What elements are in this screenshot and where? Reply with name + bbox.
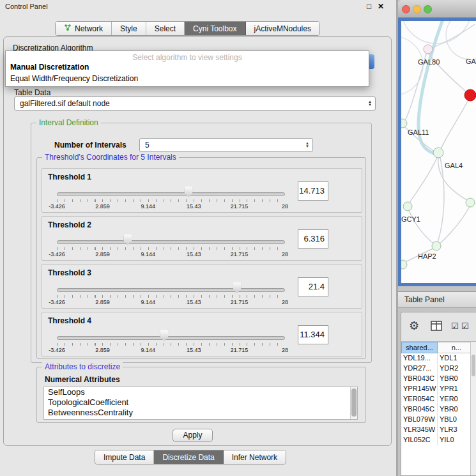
node[interactable] xyxy=(466,198,475,207)
stepper-arrows-icon: ▲ ▼ xyxy=(302,142,312,148)
minimize-traffic-light-icon[interactable] xyxy=(413,5,421,13)
slider-track[interactable] xyxy=(57,240,285,244)
threshold-label: Threshold 3 xyxy=(48,268,91,277)
table-row[interactable]: YIL052C YIL0 xyxy=(401,435,476,445)
network-window-titlebar[interactable] xyxy=(398,0,476,18)
node-gal4[interactable] xyxy=(433,148,443,158)
table-data-label: Table Data xyxy=(14,88,50,97)
threshold-value-field[interactable]: 14.713 xyxy=(298,181,328,201)
scale-label: -3.426 xyxy=(49,203,65,210)
table-scrollbar[interactable] xyxy=(470,342,476,475)
scrollbar-thumb[interactable] xyxy=(351,388,357,417)
tab-label: Style xyxy=(120,24,137,33)
algorithm-dropdown-menu: Select algorithm to view settings Manual… xyxy=(5,50,369,87)
table-row[interactable]: YLR345W YLR3 xyxy=(401,425,476,435)
select-checkbox-icon[interactable]: ☑ xyxy=(451,321,459,331)
threshold-2-slider[interactable]: -3.426 2.859 9.144 15.43 21.715 28 xyxy=(57,232,285,259)
menu-item-equal-width-frequency[interactable]: Equal Width/Frequency Discretization xyxy=(6,73,369,85)
node[interactable] xyxy=(401,260,407,269)
node[interactable] xyxy=(401,119,407,128)
scale-label: 21.715 xyxy=(231,299,249,305)
table-row[interactable]: YDR27... YDR2 xyxy=(401,364,476,374)
list-item[interactable]: TopologicalCoefficient xyxy=(44,397,357,408)
close-traffic-light-icon[interactable] xyxy=(402,5,410,13)
column-header-shared-name[interactable]: shared... xyxy=(401,342,438,353)
slider-track[interactable] xyxy=(57,336,285,340)
threshold-4-slider[interactable]: -3.426 2.859 9.144 15.43 21.715 28 xyxy=(57,328,285,355)
control-panel-title: Control Panel xyxy=(5,3,48,10)
table-rows: YDL19... YDL1 YDR27... YDR2 YBR043C YBR0… xyxy=(401,353,476,445)
attributes-group: Attributes to discretize Numerical Attri… xyxy=(36,367,366,423)
table-data-dropdown[interactable]: galFiltered.sif default node ▲ ▼ xyxy=(14,96,376,111)
threshold-1-panel: Threshold 1 -3.426 2.859 9.144 15.43 21.… xyxy=(42,168,362,213)
threshold-value-field[interactable]: 11.344 xyxy=(298,325,328,344)
tab-style[interactable]: Style xyxy=(112,22,146,35)
tab-select[interactable]: Select xyxy=(146,22,185,35)
columns-icon[interactable] xyxy=(431,321,442,334)
number-of-intervals-value: 5 xyxy=(140,141,302,150)
slider-ticks xyxy=(57,343,285,346)
scale-label: -3.426 xyxy=(49,347,65,353)
node-gcy1[interactable] xyxy=(403,202,412,211)
table-row[interactable]: YBR043C YBR0 xyxy=(401,374,476,384)
cell-shared-name: YPR145W xyxy=(401,384,438,394)
scale-label: 21.715 xyxy=(231,347,249,353)
node-selected-red[interactable] xyxy=(464,89,476,101)
tab-jactivemnodules[interactable]: jActiveMNodules xyxy=(246,22,319,35)
slider-scale: -3.426 2.859 9.144 15.43 21.715 28 xyxy=(57,299,285,306)
menu-placeholder-item[interactable]: Select algorithm to view settings xyxy=(6,51,369,62)
tab-impute-data[interactable]: Impute Data xyxy=(95,450,154,464)
window-restore-icon[interactable]: □ xyxy=(367,2,371,11)
network-edge[interactable] xyxy=(409,158,437,204)
slider-track[interactable] xyxy=(57,192,285,196)
node-label: GAL4 xyxy=(445,162,463,169)
tab-network[interactable]: Network xyxy=(56,22,112,35)
zoom-traffic-light-icon[interactable] xyxy=(424,5,432,13)
threshold-3-slider[interactable]: -3.426 2.859 9.144 15.43 21.715 28 xyxy=(57,280,285,307)
gear-icon[interactable]: ⚙ xyxy=(409,319,419,333)
table-row[interactable]: YER054C YER0 xyxy=(401,394,476,404)
network-edge[interactable] xyxy=(438,158,444,242)
scale-label: 2.859 xyxy=(95,251,110,257)
tab-discretize-data[interactable]: Discretize Data xyxy=(154,450,223,464)
scale-label: 2.859 xyxy=(95,347,110,353)
tab-infer-network[interactable]: Infer Network xyxy=(224,450,286,464)
menu-item-manual-discretization[interactable]: Manual Discretization xyxy=(6,62,369,73)
select-checkbox-icon[interactable]: ☑ xyxy=(461,321,469,331)
threshold-value-field[interactable]: 6.316 xyxy=(298,229,328,249)
tab-cyni-toolbox[interactable]: Cyni Toolbox xyxy=(185,22,245,35)
window-close-icon[interactable]: ✕ xyxy=(378,2,384,11)
list-scrollbar[interactable] xyxy=(350,387,357,419)
slider-track[interactable] xyxy=(57,288,285,292)
number-of-intervals-label: Number of Intervals xyxy=(54,141,127,150)
table-row[interactable]: YPR145W YPR1 xyxy=(401,384,476,394)
table-row[interactable]: YBL079W YBL0 xyxy=(401,415,476,425)
scrollbar-thumb[interactable] xyxy=(472,355,475,376)
scale-label: 2.859 xyxy=(95,203,110,210)
table-row[interactable]: YBR045C YBR0 xyxy=(401,404,476,415)
cell-shared-name: YLR345W xyxy=(401,425,438,435)
table-panel-title: Table Panel xyxy=(398,291,476,308)
table-panel-toolbar: ⚙ ☑ ☑ xyxy=(401,312,476,342)
network-edge[interactable] xyxy=(441,99,469,149)
table-row[interactable]: YDL19... YDL1 xyxy=(401,353,476,364)
threshold-value-field[interactable]: 21.4 xyxy=(298,277,328,296)
list-item[interactable]: BetweennessCentrality xyxy=(44,408,357,418)
list-item[interactable]: SelfLoops xyxy=(44,387,357,397)
apply-button[interactable]: Apply xyxy=(173,429,213,442)
threshold-4-panel: Threshold 4 -3.426 2.859 9.144 15.43 21.… xyxy=(42,312,362,357)
threshold-3-panel: Threshold 3 -3.426 2.859 9.144 15.43 21.… xyxy=(42,264,362,309)
cell-shared-name: YIL052C xyxy=(401,435,438,445)
node-hap2[interactable] xyxy=(432,242,441,250)
tab-label: Impute Data xyxy=(104,453,145,462)
thresholds-group-title: Threshold's Coordinates for 5 Intervals xyxy=(42,153,179,162)
network-view-canvas[interactable]: GAL80 GA GAL11 GAL4 GCY1 HAP2 xyxy=(398,18,476,286)
scale-label: -3.426 xyxy=(49,299,65,305)
table-header-row: shared... n... xyxy=(401,342,476,353)
scale-label: 28 xyxy=(282,203,288,210)
number-of-intervals-dropdown[interactable]: 5 ▲ ▼ xyxy=(139,138,313,152)
node-gal80[interactable] xyxy=(424,45,433,54)
scale-label: 28 xyxy=(282,299,288,305)
threshold-1-slider[interactable]: -3.426 2.859 9.144 15.43 21.715 28 xyxy=(57,184,285,211)
numerical-attributes-list[interactable]: SelfLoops TopologicalCoefficient Between… xyxy=(43,387,358,420)
